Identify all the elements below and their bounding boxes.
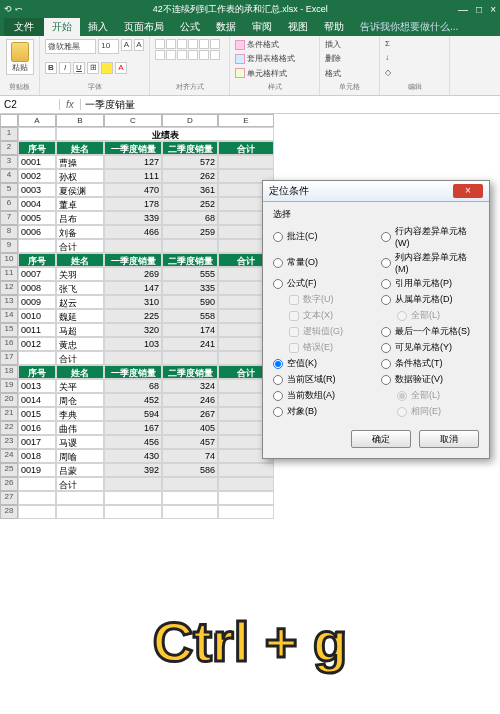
row-header[interactable]: 24 (0, 449, 18, 463)
cell-q2[interactable]: 324 (162, 379, 218, 393)
dialog-close-button[interactable]: × (453, 184, 483, 198)
tab-home[interactable]: 开始 (44, 18, 80, 36)
opt-formulas[interactable]: 公式(F) (273, 277, 371, 290)
cell-q1[interactable]: 466 (104, 225, 162, 239)
cell-id[interactable]: 0007 (18, 267, 56, 281)
cell[interactable] (104, 491, 162, 505)
row-header[interactable]: 4 (0, 169, 18, 183)
dialog-ok-button[interactable]: 确定 (351, 430, 411, 448)
cell-id[interactable]: 0019 (18, 463, 56, 477)
cell[interactable] (104, 239, 162, 253)
cell-name[interactable]: 马超 (56, 323, 104, 337)
cell-q2[interactable]: 252 (162, 197, 218, 211)
cell-q2[interactable]: 241 (162, 337, 218, 351)
font-name-select[interactable]: 微软雅黑 (45, 39, 96, 54)
row-header[interactable]: 16 (0, 337, 18, 351)
tab-data[interactable]: 数据 (208, 18, 244, 36)
cell-id[interactable]: 0005 (18, 211, 56, 225)
cell-name[interactable]: 马谡 (56, 435, 104, 449)
cell-id[interactable]: 0001 (18, 155, 56, 169)
cell-q1[interactable]: 167 (104, 421, 162, 435)
opt-cond-fmt[interactable]: 条件格式(T) (381, 357, 479, 370)
col-header[interactable]: B (56, 114, 104, 127)
tab-insert[interactable]: 插入 (80, 18, 116, 36)
opt-row-diff[interactable]: 行内容差异单元格(W) (381, 225, 479, 248)
cell-name[interactable]: 周喻 (56, 449, 104, 463)
hdr-name[interactable]: 姓名 (56, 253, 104, 267)
row-header[interactable]: 21 (0, 407, 18, 421)
row-header[interactable]: 22 (0, 421, 18, 435)
hdr-q1[interactable]: 一季度销量 (104, 365, 162, 379)
dialog-cancel-button[interactable]: 取消 (419, 430, 479, 448)
opt-visible[interactable]: 可见单元格(Y) (381, 341, 479, 354)
cell-q1[interactable]: 470 (104, 183, 162, 197)
cell-id[interactable]: 0013 (18, 379, 56, 393)
col-header[interactable]: A (18, 114, 56, 127)
subtotal-label[interactable]: 合计 (56, 351, 104, 365)
row-header[interactable]: 9 (0, 239, 18, 253)
hdr-seq[interactable]: 序号 (18, 253, 56, 267)
cell-name[interactable]: 张飞 (56, 281, 104, 295)
cell[interactable] (218, 491, 274, 505)
cell[interactable] (162, 505, 218, 519)
cell-q1[interactable]: 147 (104, 281, 162, 295)
row-header[interactable]: 26 (0, 477, 18, 491)
cell-q2[interactable]: 457 (162, 435, 218, 449)
tab-formulas[interactable]: 公式 (172, 18, 208, 36)
formula-input[interactable]: 一季度销量 (81, 98, 500, 112)
row-header[interactable]: 23 (0, 435, 18, 449)
hdr-q2[interactable]: 二季度销量 (162, 253, 218, 267)
row-header[interactable]: 1 (0, 127, 18, 141)
autosum-button[interactable]: Σ (385, 39, 444, 48)
cell-id[interactable]: 0016 (18, 421, 56, 435)
tell-me[interactable]: 告诉我你想要做什么... (352, 18, 466, 36)
row-header[interactable]: 11 (0, 267, 18, 281)
opt-data-val[interactable]: 数据验证(V) (381, 373, 479, 386)
cell-q2[interactable]: 246 (162, 393, 218, 407)
col-header[interactable]: D (162, 114, 218, 127)
cell-id[interactable]: 0017 (18, 435, 56, 449)
cell-id[interactable]: 0004 (18, 197, 56, 211)
row-header[interactable]: 17 (0, 351, 18, 365)
cell-q1[interactable]: 456 (104, 435, 162, 449)
row-header[interactable]: 28 (0, 505, 18, 519)
cell-id[interactable]: 0008 (18, 281, 56, 295)
cell-total[interactable] (218, 155, 274, 169)
hdr-q1[interactable]: 一季度销量 (104, 141, 162, 155)
cell-name[interactable]: 李典 (56, 407, 104, 421)
row-header[interactable]: 15 (0, 323, 18, 337)
cell-q2[interactable]: 335 (162, 281, 218, 295)
cell-name[interactable]: 孙权 (56, 169, 104, 183)
cell[interactable] (18, 477, 56, 491)
cell-q1[interactable]: 225 (104, 309, 162, 323)
cell[interactable] (18, 127, 56, 141)
cell-id[interactable]: 0010 (18, 309, 56, 323)
opt-constants[interactable]: 常量(O) (273, 251, 371, 274)
cell[interactable] (104, 505, 162, 519)
cell-id[interactable]: 0011 (18, 323, 56, 337)
tab-file[interactable]: 文件 (4, 18, 44, 36)
hdr-q1[interactable]: 一季度销量 (104, 253, 162, 267)
hdr-q2[interactable]: 二季度销量 (162, 365, 218, 379)
cell[interactable] (104, 351, 162, 365)
row-header[interactable]: 5 (0, 183, 18, 197)
cell-name[interactable]: 赵云 (56, 295, 104, 309)
cell-name[interactable]: 周仓 (56, 393, 104, 407)
col-header[interactable]: C (104, 114, 162, 127)
insert-cells-button[interactable]: 插入 (325, 39, 374, 50)
cell-name[interactable]: 夏侯渊 (56, 183, 104, 197)
cell-q1[interactable]: 310 (104, 295, 162, 309)
cell-q1[interactable]: 269 (104, 267, 162, 281)
cell[interactable] (56, 491, 104, 505)
cell[interactable] (56, 505, 104, 519)
opt-comments[interactable]: 批注(C) (273, 225, 371, 248)
cell-q2[interactable]: 174 (162, 323, 218, 337)
cell-q2[interactable]: 74 (162, 449, 218, 463)
cell[interactable] (162, 477, 218, 491)
bold-button[interactable]: B (45, 62, 57, 74)
sheet-title[interactable]: 业绩表 (56, 127, 274, 141)
cell[interactable] (218, 477, 274, 491)
row-header[interactable]: 6 (0, 197, 18, 211)
cell-id[interactable]: 0012 (18, 337, 56, 351)
cell[interactable] (162, 239, 218, 253)
